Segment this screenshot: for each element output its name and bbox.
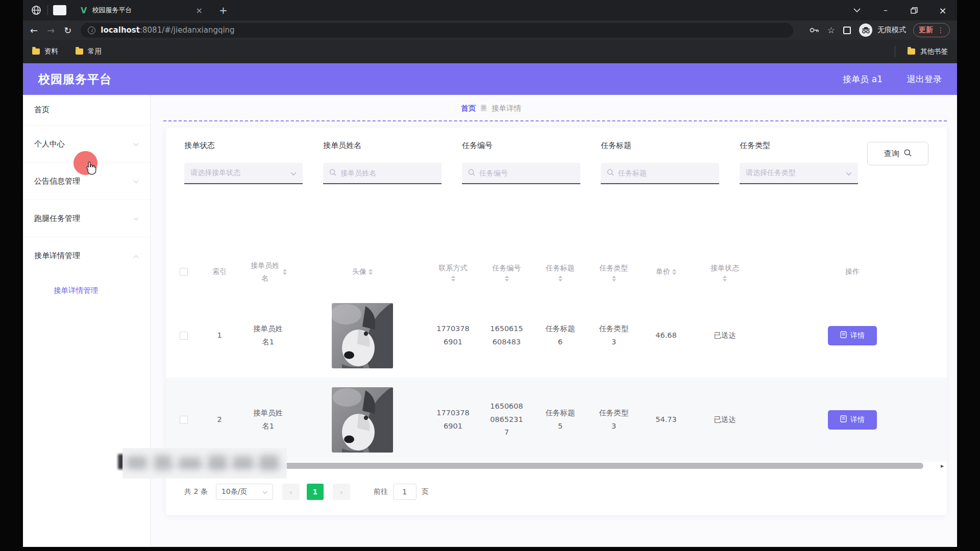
sidebar-item-errand-tasks[interactable]: 跑腿任务管理 bbox=[23, 200, 150, 237]
address-bar: ← → ↻ i localhost :8081/#/jiedanxiangqin… bbox=[23, 20, 957, 40]
query-button[interactable]: 查询 bbox=[867, 142, 928, 165]
close-window-button[interactable]: × bbox=[928, 0, 957, 20]
chevron-down-icon bbox=[133, 214, 139, 223]
minimize-button[interactable]: – bbox=[871, 0, 900, 20]
filter-task-type: 任务类型 请选择任务类型 bbox=[740, 141, 858, 184]
sort-icon[interactable] bbox=[612, 276, 616, 282]
new-tab-button[interactable]: + bbox=[219, 4, 228, 16]
incognito-icon bbox=[859, 23, 872, 37]
globe-icon[interactable] bbox=[30, 4, 42, 16]
url-field[interactable]: i localhost :8081/#/jiedanxiangqing bbox=[81, 23, 793, 38]
col-task-number[interactable]: 任务编号 bbox=[480, 262, 533, 282]
col-contact[interactable]: 联系方式 bbox=[426, 262, 480, 282]
folder-icon bbox=[32, 48, 40, 55]
current-page-button[interactable]: 1 bbox=[307, 484, 324, 500]
folder-icon bbox=[76, 48, 83, 55]
taker-name-input[interactable] bbox=[340, 169, 435, 177]
order-status-select[interactable]: 请选择接单状态 bbox=[184, 163, 303, 184]
sidebar-item-order-details[interactable]: 接单详情管理 bbox=[23, 237, 150, 274]
divider bbox=[47, 5, 48, 15]
cell-task-title: 任务标题5 bbox=[533, 407, 587, 433]
cell-index: 1 bbox=[202, 329, 237, 342]
search-icon bbox=[329, 168, 336, 178]
row-checkbox[interactable] bbox=[180, 416, 188, 424]
sort-icon[interactable] bbox=[369, 269, 373, 275]
col-price[interactable]: 单价 bbox=[641, 265, 692, 278]
logout-button[interactable]: 退出登录 bbox=[907, 73, 942, 85]
col-avatar[interactable]: 头像 bbox=[299, 265, 426, 278]
col-task-title[interactable]: 任务标题 bbox=[533, 262, 587, 282]
more-menu-icon[interactable]: ⋮ bbox=[937, 26, 944, 34]
sidebar-subitem-order-details[interactable]: 接单详情管理 bbox=[23, 274, 150, 306]
current-user-label[interactable]: 接单员 a1 bbox=[843, 73, 883, 85]
document-icon bbox=[840, 331, 847, 340]
bookmark-folder-ziliao[interactable]: 资料 bbox=[32, 47, 58, 56]
row-checkbox[interactable] bbox=[180, 332, 188, 340]
page-size-select[interactable]: 10条/页 bbox=[216, 484, 273, 500]
profile-thumbnail[interactable] bbox=[53, 5, 66, 15]
detail-button[interactable]: 详情 bbox=[828, 410, 877, 430]
cell-task-type: 任务类型3 bbox=[587, 407, 641, 433]
other-bookmarks[interactable]: 其他书签 bbox=[895, 46, 948, 57]
bookmark-folder-changyong[interactable]: 常用 bbox=[76, 47, 102, 56]
update-button[interactable]: 更新 ⋮ bbox=[913, 23, 950, 37]
pagination: 共 2 条 10条/页 ‹ 1 › 前往 页 bbox=[184, 484, 429, 500]
app-header: 校园服务平台 接单员 a1 退出登录 bbox=[23, 63, 957, 95]
avatar bbox=[332, 303, 393, 368]
detail-button[interactable]: 详情 bbox=[828, 326, 877, 345]
window-controls: – × bbox=[843, 0, 957, 20]
breadcrumb-current: 接单详情 bbox=[492, 104, 521, 113]
col-taker-name[interactable]: 接单员姓名 bbox=[237, 259, 299, 284]
sort-icon[interactable] bbox=[558, 276, 562, 282]
task-type-select[interactable]: 请选择任务类型 bbox=[740, 163, 858, 184]
tab-bar: V 校园服务平台 × + – × bbox=[23, 0, 957, 20]
page-unit-label: 页 bbox=[422, 487, 429, 496]
cell-task-type: 任务类型3 bbox=[587, 322, 641, 348]
col-task-type[interactable]: 任务类型 bbox=[587, 262, 641, 282]
hand-cursor-icon bbox=[84, 160, 99, 177]
goto-label: 前往 bbox=[374, 487, 388, 496]
filter-task-title: 任务标题 bbox=[601, 141, 719, 184]
tab-close-icon[interactable]: × bbox=[193, 6, 206, 15]
cell-taker-name: 接单员姓名1 bbox=[237, 407, 299, 433]
sidebar-item-home[interactable]: 首页 bbox=[23, 95, 150, 126]
chevron-up-icon bbox=[133, 252, 139, 261]
reload-icon[interactable]: ↻ bbox=[64, 25, 71, 36]
forward-icon[interactable]: → bbox=[47, 25, 55, 36]
filter-order-status: 接单状态 请选择接单状态 bbox=[184, 141, 303, 184]
divider bbox=[895, 46, 895, 57]
total-count-label: 共 2 条 bbox=[184, 487, 208, 496]
search-icon bbox=[904, 149, 912, 158]
back-icon[interactable]: ← bbox=[30, 25, 38, 36]
scroll-right-icon[interactable]: ▸ bbox=[941, 462, 944, 469]
select-all-checkbox[interactable] bbox=[180, 268, 188, 276]
task-number-input[interactable] bbox=[479, 169, 574, 177]
cell-avatar bbox=[299, 387, 426, 453]
page-info-icon[interactable]: i bbox=[88, 27, 95, 34]
bookmark-label: 资料 bbox=[44, 47, 58, 56]
bookmark-star-icon[interactable]: ☆ bbox=[827, 25, 835, 35]
next-page-button[interactable]: › bbox=[333, 484, 350, 500]
key-icon[interactable] bbox=[810, 27, 819, 33]
cell-task-title: 任务标题6 bbox=[533, 322, 587, 348]
cell-contact: 17703786901 bbox=[426, 407, 480, 433]
sort-icon[interactable] bbox=[505, 276, 509, 282]
task-title-input[interactable] bbox=[618, 169, 713, 177]
prev-page-button[interactable]: ‹ bbox=[282, 484, 300, 500]
update-label: 更新 bbox=[919, 26, 933, 35]
breadcrumb-home-link[interactable]: 首页 bbox=[461, 104, 476, 113]
col-index[interactable]: 索引 bbox=[202, 265, 237, 278]
table-row: 1 接单员姓名1 17703786901 1650615608483 任务标题6… bbox=[166, 293, 947, 378]
col-status[interactable]: 接单状态 bbox=[692, 262, 758, 282]
sort-icon[interactable] bbox=[451, 276, 455, 282]
goto-page-input[interactable] bbox=[393, 484, 416, 500]
breadcrumb: 首页 接单详情 bbox=[461, 104, 521, 113]
sort-icon[interactable] bbox=[283, 269, 287, 275]
other-bookmarks-label: 其他书签 bbox=[920, 47, 948, 56]
restore-button[interactable] bbox=[900, 0, 928, 20]
window-menu-chevron-icon[interactable] bbox=[843, 0, 871, 20]
browser-tab[interactable]: V 校园服务平台 × bbox=[76, 0, 211, 20]
side-panel-icon[interactable] bbox=[843, 27, 851, 34]
sort-icon[interactable] bbox=[723, 276, 727, 282]
sort-icon[interactable] bbox=[672, 269, 676, 275]
